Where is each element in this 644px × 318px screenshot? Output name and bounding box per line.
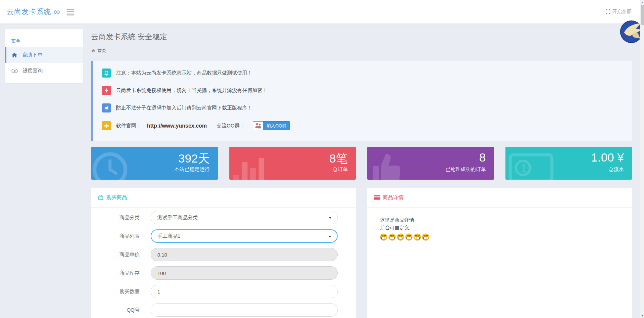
stat-card-uptime: 392天 本站已稳定运行 (91, 147, 218, 180)
chevron-down-icon (329, 217, 332, 219)
qq-group-icon (253, 122, 263, 130)
scroll-down-arrow-icon[interactable]: ▼ (640, 313, 644, 318)
fullscreen-label: 开启全屏 (612, 9, 631, 15)
sidebar-item-self-order[interactable]: 自助下单 (5, 47, 83, 63)
notice-text: 注意：本站为云尚发卡系统演示站，商品数据只做测试使用！ (116, 70, 252, 76)
svg-text:1: 1 (521, 162, 527, 174)
stat-card-processed-orders: 8 已处理成功的订单 (367, 147, 494, 180)
menu-toggle-icon[interactable] (67, 9, 74, 16)
plus-icon (102, 121, 111, 130)
shopping-bag-icon (98, 194, 104, 200)
grin-emoji (405, 233, 413, 241)
app-logo-text: 云尚发卡系统 (7, 7, 51, 16)
product-detail-panel: 商品详情 这里是商品详情 后台可自定义 (367, 188, 632, 318)
scrollbar-thumb[interactable] (641, 5, 644, 25)
emoji-row (380, 233, 619, 241)
product-select[interactable]: 手工商品1 (151, 229, 338, 243)
eye-icon (11, 69, 18, 73)
form-row: 商品分类 测试手工商品分类 (91, 211, 356, 224)
expand-icon (606, 9, 610, 14)
detail-line: 这里是商品详情 (380, 216, 619, 224)
page-title: 云尚发卡系统 安全稳定 (91, 32, 167, 42)
form-row: 商品库存 (91, 266, 356, 280)
breadcrumb[interactable]: 首页 (91, 48, 106, 54)
sidebar-item-label: 进度查询 (23, 67, 43, 74)
stat-value: 1.00 ¥ (591, 151, 624, 164)
product-detail-content: 这里是商品详情 后台可自定义 (367, 208, 632, 249)
top-header: 云尚发卡系统 ∞ 开启全屏 (0, 0, 644, 24)
sidebar-title: 菜单 (11, 38, 21, 44)
detail-panel-header: 商品详情 (367, 188, 632, 208)
detail-line: 后台可自定义 (380, 224, 619, 232)
app-logo[interactable]: 云尚发卡系统 ∞ (7, 0, 60, 24)
chevron-down-icon (329, 236, 331, 237)
content-panels: 购买商品 商品分类 测试手工商品分类 商品列表 手工商品1 (91, 188, 632, 318)
grin-emoji (380, 233, 387, 241)
form-row: 商品列表 手工商品1 (91, 229, 356, 243)
fullscreen-button[interactable]: 开启全屏 (606, 0, 631, 24)
notice-item: 软件官网：http://www.yunscx.com交流QQ群： 加入QQ群 (102, 121, 290, 130)
purchase-panel-title: 购买商品 (106, 194, 127, 201)
sidebar-item-progress-query[interactable]: 进度查询 (5, 63, 83, 79)
field-label: 商品库存 (91, 270, 140, 276)
field-label: 商品单价 (91, 252, 140, 258)
grin-emoji (397, 233, 404, 241)
purchase-panel-header: 购买商品 (91, 188, 356, 208)
sidebar: 菜单 自助下单 进度查询 (5, 29, 83, 83)
notice-text-prefix: 软件官网： (116, 123, 141, 129)
vertical-scrollbar[interactable]: ▲ ▼ (640, 0, 644, 318)
form-row: QQ号 (91, 303, 356, 317)
stat-label: 总流水 (609, 166, 624, 173)
bell-icon (102, 69, 111, 78)
megaphone-icon (102, 103, 111, 112)
stat-value: 8 (479, 151, 486, 164)
grin-emoji (388, 233, 396, 241)
thumbs-up-icon (369, 149, 409, 180)
breadcrumb-home: 首页 (98, 48, 106, 54)
quantity-input[interactable] (151, 285, 338, 298)
field-label: QQ号 (91, 307, 140, 313)
home-icon (11, 52, 17, 58)
sidebar-item-label: 自助下单 (22, 52, 42, 58)
qq-number-input[interactable] (151, 303, 338, 317)
stat-cards: 392天 本站已稳定运行 8笔 总订单 8 已处理成功的订单 1 (91, 147, 632, 180)
detail-panel-title: 商品详情 (383, 194, 404, 201)
official-website-url[interactable]: http://www.yunscx.com (147, 123, 207, 129)
field-label: 购买数量 (91, 288, 140, 295)
price-input (151, 248, 338, 261)
purchase-form: 商品分类 测试手工商品分类 商品列表 手工商品1 商品单价 (91, 208, 356, 317)
main-content: 云尚发卡系统 安全稳定 首页 注意：本站为云尚发卡系统演示站，商品数据只做测试使… (91, 24, 632, 318)
stat-value: 8笔 (330, 151, 348, 167)
stat-label: 本站已稳定运行 (175, 166, 210, 173)
clock-icon (92, 149, 133, 180)
notice-item: 防止不法分子在源码中加入后门请到云尚官网下载正版程序！ (102, 103, 252, 112)
bar-chart-icon (231, 149, 274, 180)
grin-emoji (422, 233, 429, 241)
form-row: 购买数量 (91, 285, 356, 298)
home-icon (91, 49, 96, 53)
stat-label: 已处理成功的订单 (446, 166, 486, 173)
scroll-up-arrow-icon[interactable]: ▲ (640, 0, 644, 5)
notice-text: 防止不法分子在源码中加入后门请到云尚官网下载正版程序！ (116, 105, 252, 111)
bolt-icon (102, 86, 111, 95)
product-select-value: 手工商品1 (157, 233, 180, 239)
notice-text: 云尚发卡系统免授权使用，切勿上当受骗，系统开源没有任何加密！ (116, 87, 267, 94)
stock-input (151, 266, 338, 280)
field-label: 商品列表 (91, 233, 140, 239)
notice-item: 注意：本站为云尚发卡系统演示站，商品数据只做测试使用！ (102, 69, 252, 78)
credit-card-icon (374, 195, 380, 200)
category-select[interactable]: 测试手工商品分类 (151, 211, 338, 224)
notice-text-middle: 交流QQ群： (217, 123, 244, 129)
category-select-value: 测试手工商品分类 (157, 215, 198, 221)
field-label: 商品分类 (91, 215, 140, 221)
notice-item: 云尚发卡系统免授权使用，切勿上当受骗，系统开源没有任何加密！ (102, 86, 267, 95)
form-row: 商品单价 (91, 248, 356, 261)
stat-label: 总订单 (333, 166, 348, 173)
thunder-download-float-icon[interactable] (620, 20, 643, 43)
join-qq-group-label: 加入QQ群 (263, 122, 289, 130)
grin-emoji (414, 233, 421, 241)
join-qq-group-button[interactable]: 加入QQ群 (253, 121, 290, 130)
stat-card-revenue: 1 1.00 ¥ 总流水 (505, 147, 632, 180)
banknote-icon: 1 (507, 149, 557, 180)
stat-value: 392天 (178, 151, 210, 167)
